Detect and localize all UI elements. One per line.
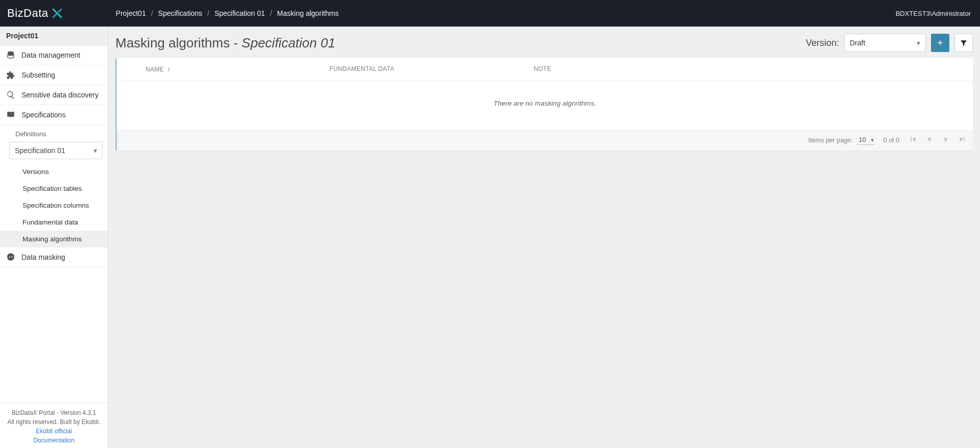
column-header-name[interactable]: NAME ↑ [125, 65, 329, 73]
sidebar-item-subsetting[interactable]: Subsetting [0, 65, 108, 85]
logo-icon [51, 7, 64, 20]
breadcrumb-sep: / [207, 9, 209, 17]
sidebar-item-label: Subsetting [21, 71, 55, 79]
version-label: Version: [806, 38, 839, 48]
user-menu[interactable]: BDXTEST3\Administrator [896, 10, 971, 17]
table-header: NAME ↑ FUNDAMENTAL DATA NOTE [117, 58, 973, 81]
sidebar-subnav: Definitions Specification 01 ▾ Versions … [0, 125, 108, 247]
sort-asc-icon: ↑ [167, 65, 171, 73]
breadcrumb-item[interactable]: Specification 01 [214, 9, 265, 17]
search-icon [6, 90, 15, 99]
last-page-button[interactable] [958, 135, 967, 145]
sidebar-item-label: Sensitive data discovery [21, 91, 99, 99]
add-button[interactable] [931, 34, 949, 52]
puzzle-icon [6, 70, 15, 80]
table-footer: Items per page: 10 ▾ 0 of 0 [117, 130, 973, 151]
logo[interactable]: BizData [5, 7, 70, 20]
breadcrumb-item[interactable]: Masking algorithms [277, 9, 339, 17]
sidebar-item-label: Specifications [21, 111, 65, 119]
sidebar-item-sensitive-discovery[interactable]: Sensitive data discovery [0, 85, 108, 105]
page-title-spec: Specification 01 [242, 35, 336, 51]
breadcrumb-sep: / [151, 9, 153, 17]
sidebar-subitem-fundamental-data[interactable]: Fundamental data [0, 214, 108, 231]
column-header-fundamental-data[interactable]: FUNDAMENTAL DATA [329, 65, 534, 73]
sidebar-subitem-masking-algorithms[interactable]: Masking algorithms [0, 231, 108, 247]
first-page-button[interactable] [909, 135, 918, 145]
logo-text: BizData [7, 7, 49, 20]
page-title-main: Masking algorithms [115, 35, 230, 51]
footer-link-docs[interactable]: Documentation [3, 436, 105, 445]
breadcrumb-item[interactable]: Specifications [158, 9, 202, 17]
book-icon [6, 110, 15, 119]
main: Masking algorithms - Specification 01 Ve… [108, 27, 980, 448]
table-card: NAME ↑ FUNDAMENTAL DATA NOTE There are n… [115, 58, 973, 151]
filter-icon [960, 39, 968, 47]
sidebar-item-label: Data management [21, 51, 80, 59]
footer-link-ekobit[interactable]: Ekobit official [3, 427, 105, 436]
page-range: 0 of 0 [883, 137, 899, 144]
page-title: Masking algorithms - Specification 01 [115, 35, 336, 51]
page-header: Masking algorithms - Specification 01 Ve… [115, 34, 973, 52]
column-header-label: NAME [146, 66, 164, 73]
plus-icon [936, 39, 944, 47]
sidebar-footer: BizDataX Portal - Version 4.3.1 All righ… [0, 403, 108, 448]
version-select[interactable]: Draft ▾ [844, 34, 926, 52]
chevron-down-icon: ▾ [93, 146, 97, 155]
chevron-down-icon: ▾ [871, 136, 874, 144]
sidebar-subitem-spec-columns[interactable]: Specification columns [0, 197, 108, 214]
mask-icon [6, 253, 15, 262]
sidebar-item-specifications[interactable]: Specifications [0, 105, 108, 125]
spec-select[interactable]: Specification 01 ▾ [9, 142, 103, 159]
sidebar-subitem-spec-tables[interactable]: Specification tables [0, 180, 108, 197]
footer-rights: All rights reserved. Built by Ekobit. [3, 417, 105, 427]
page-title-sep: - [230, 35, 242, 51]
topbar: BizData Project01 / Specifications / Spe… [0, 0, 980, 27]
breadcrumb-sep: / [270, 9, 272, 17]
breadcrumb: Project01 / Specifications / Specificati… [116, 9, 339, 17]
sidebar-item-data-masking[interactable]: Data masking [0, 247, 108, 267]
items-per-page-label: Items per page: [808, 137, 853, 144]
footer-version: BizDataX Portal - Version 4.3.1 [3, 408, 105, 417]
column-header-note[interactable]: NOTE [534, 65, 965, 73]
sidebar-item-data-management[interactable]: Data management [0, 45, 108, 65]
table-empty-message: There are no masking algorithms. [117, 81, 973, 130]
sidebar-item-label: Data masking [21, 253, 65, 261]
sidebar-subhead-definitions[interactable]: Definitions [0, 125, 108, 142]
filter-button[interactable] [954, 34, 973, 52]
sidebar: Project01 Data management Subsetting Sen… [0, 27, 108, 448]
items-per-page-value: 10 [859, 136, 866, 143]
items-per-page-select[interactable]: 10 ▾ [857, 135, 874, 145]
items-per-page: Items per page: 10 ▾ [808, 135, 874, 145]
breadcrumb-item[interactable]: Project01 [116, 9, 146, 17]
spec-select-value: Specification 01 [15, 146, 65, 155]
prev-page-button[interactable] [925, 135, 934, 145]
sidebar-subitem-versions[interactable]: Versions [0, 163, 108, 180]
pager [909, 135, 967, 145]
version-select-value: Draft [850, 39, 865, 47]
database-icon [6, 51, 15, 60]
chevron-down-icon: ▾ [917, 39, 920, 47]
sidebar-project-title[interactable]: Project01 [0, 27, 108, 45]
next-page-button[interactable] [941, 135, 950, 145]
